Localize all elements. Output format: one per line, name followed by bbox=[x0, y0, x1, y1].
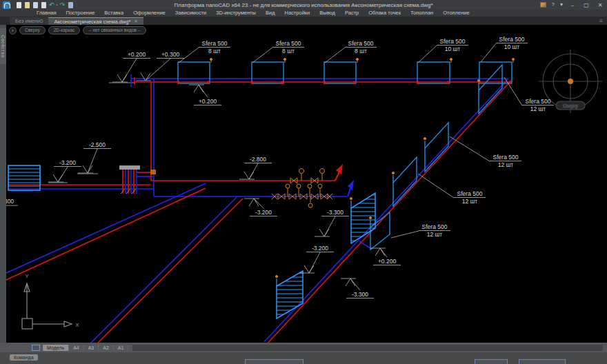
view-direction-button[interactable]: Сверху bbox=[19, 26, 46, 34]
menu-output[interactable]: Вывод bbox=[315, 10, 340, 17]
statusbar-partial-button[interactable] bbox=[245, 359, 304, 364]
elevation-label[interactable]: -2.500 bbox=[89, 141, 106, 148]
radiator-label[interactable]: Sfera 500 bbox=[276, 40, 301, 47]
properties-panel-tab[interactable]: Свойства bbox=[0, 28, 6, 64]
tab-sheet-a1[interactable]: А1 bbox=[114, 345, 129, 351]
elevation-label[interactable]: +0.200 bbox=[199, 98, 217, 105]
tab-unnamed[interactable]: Без имени0 bbox=[10, 17, 48, 25]
manifold-valve-icon bbox=[150, 170, 156, 174]
statusbar-partial-button[interactable] bbox=[519, 359, 566, 364]
valve-group[interactable] bbox=[272, 169, 332, 208]
menu-constraints[interactable]: Зависимости bbox=[170, 10, 212, 17]
menu-insert[interactable]: Вставка bbox=[99, 10, 128, 17]
elevation-label[interactable]: -3.200 bbox=[312, 245, 328, 252]
radiator-label[interactable]: Sfera 500 bbox=[526, 98, 551, 105]
menu-topoplan[interactable]: Топоплан bbox=[406, 10, 438, 17]
tab-axonometric-scheme[interactable]: Аксонометрическая схема.dwg* ✕ bbox=[48, 17, 143, 25]
manifold[interactable] bbox=[119, 165, 156, 194]
radiator-count-label[interactable]: 12 шт bbox=[530, 105, 546, 112]
radiator-count-label[interactable]: 10 шт bbox=[504, 43, 520, 50]
drawing-canvas[interactable]: Сверху bbox=[6, 25, 607, 343]
sheet-scrollbar[interactable] bbox=[132, 345, 603, 351]
tab-unnamed-label: Без имени0 bbox=[15, 18, 43, 24]
statusbar-partial-button[interactable] bbox=[475, 359, 508, 364]
sheet-list-icon[interactable] bbox=[32, 345, 40, 351]
tab-list-icon[interactable]: ≡ bbox=[599, 18, 603, 24]
radiator-label[interactable]: Sfera 500 bbox=[202, 40, 228, 47]
radiator-label[interactable]: Sfera 500 bbox=[493, 154, 519, 161]
tab-model[interactable]: Модель bbox=[43, 345, 69, 351]
menu-annotate[interactable]: Оформление bbox=[128, 10, 170, 17]
menu-draw[interactable]: Построение bbox=[61, 10, 100, 17]
elevation-label[interactable]: +0.300 bbox=[161, 51, 180, 58]
radiator-hatched-1[interactable] bbox=[345, 193, 381, 243]
save-all-icon[interactable] bbox=[41, 2, 46, 8]
redo-icon[interactable]: ↷ bbox=[60, 2, 66, 8]
visual-style-button[interactable]: 2D-каркас bbox=[48, 26, 81, 34]
radiators-top-row[interactable] bbox=[178, 62, 512, 83]
radiators-diagonal[interactable] bbox=[370, 65, 502, 250]
elevation-label[interactable]: +0.200 bbox=[128, 51, 146, 58]
cad-drawing[interactable]: Сверху bbox=[6, 25, 607, 343]
radiator-label[interactable]: Sfera 500 bbox=[422, 223, 448, 230]
menu-view[interactable]: Вид bbox=[261, 10, 280, 17]
flow-arrow-blue bbox=[348, 180, 354, 196]
undo-icon[interactable]: ↶ bbox=[49, 2, 54, 8]
elevation-label[interactable]: -3.200 bbox=[59, 159, 76, 166]
maximize-button[interactable]: ▢ bbox=[582, 2, 590, 8]
new-document-icon[interactable] bbox=[17, 2, 21, 8]
title-bar: ↶ • ↷ Платформа nanoCAD x64 23 - не для … bbox=[0, 0, 607, 10]
left-dock-strip: Свойства bbox=[0, 25, 6, 343]
elevation-label-partial[interactable]: 300 bbox=[6, 198, 14, 205]
window-title: Платформа nanoCAD x64 23 - не для коммер… bbox=[174, 2, 432, 8]
radiator-label[interactable]: Sfera 500 bbox=[499, 36, 525, 43]
radiator-label[interactable]: Sfera 500 bbox=[457, 190, 483, 197]
help-caret-icon[interactable]: ▾ bbox=[560, 0, 563, 10]
close-button[interactable]: ✕ bbox=[596, 2, 604, 8]
radiator-count-label[interactable]: 10 шт bbox=[445, 46, 461, 52]
viewport-lock-button[interactable]: + bbox=[9, 27, 17, 34]
linked-views-button[interactable]: -- нет связанных видов -- bbox=[83, 26, 146, 34]
store-palette-icon[interactable] bbox=[540, 2, 546, 8]
compass-center-dot[interactable] bbox=[568, 79, 573, 84]
help-icon[interactable]: ? bbox=[552, 0, 555, 10]
radiator-count-label[interactable]: 8 шт bbox=[208, 48, 221, 54]
radiator-label[interactable]: Sfera 500 bbox=[348, 40, 374, 47]
tab-sheet-a2[interactable]: А2 bbox=[99, 345, 114, 351]
elevation-label[interactable]: -3.300 bbox=[327, 209, 344, 216]
radiator-count-label[interactable]: 8 шт bbox=[355, 48, 367, 54]
radiator-count-label[interactable]: 8 шт bbox=[282, 48, 295, 54]
command-prompt[interactable]: Команда bbox=[10, 354, 38, 361]
tab-sheet-a3[interactable]: А3 bbox=[84, 345, 99, 351]
minimize-button[interactable]: – bbox=[568, 2, 577, 8]
nanocad-window: ↶ • ↷ Платформа nanoCAD x64 23 - не для … bbox=[0, 0, 607, 364]
tab-sheet-a4[interactable]: А4 bbox=[69, 345, 84, 351]
elevation-label[interactable]: -3.300 bbox=[352, 291, 368, 298]
nanocad-logo-icon bbox=[3, 1, 10, 9]
cad-annotations[interactable]: Sfera 5008 штSfera 5008 штSfera 5008 штS… bbox=[6, 36, 554, 299]
save-document-icon[interactable] bbox=[33, 2, 38, 8]
elevation-label[interactable]: -3.200 bbox=[255, 209, 272, 216]
radiator-label[interactable]: Sfera 500 bbox=[440, 38, 466, 45]
properties-panel-label: Свойства bbox=[1, 35, 6, 58]
menu-settings[interactable]: Настройки bbox=[280, 10, 315, 17]
ucs-x-label: X bbox=[75, 322, 79, 328]
radiator-risers bbox=[277, 83, 479, 286]
menu-main[interactable]: Главная bbox=[32, 10, 61, 17]
sheet-tab-bar: Модель А4 А3 А2 А1 bbox=[0, 343, 607, 352]
menu-point-clouds[interactable]: Облака точек bbox=[364, 10, 406, 17]
radiator-count-label[interactable]: 12 шт bbox=[498, 161, 514, 168]
radiator-count-label[interactable]: 12 шт bbox=[427, 231, 443, 238]
menu-heating[interactable]: Отопление bbox=[438, 10, 474, 17]
elevation-label[interactable]: -2.800 bbox=[250, 156, 266, 163]
plot-icon[interactable] bbox=[68, 2, 73, 8]
menu-3d-tools[interactable]: 3D-инструменты bbox=[211, 10, 261, 17]
menu-raster[interactable]: Растр bbox=[340, 10, 364, 17]
radiator-hatched-2[interactable] bbox=[271, 271, 308, 318]
command-line-bar[interactable]: Команда bbox=[0, 352, 607, 364]
tab-close-icon[interactable]: ✕ bbox=[134, 19, 138, 24]
open-document-icon[interactable] bbox=[25, 2, 30, 8]
radiator-hatched-left[interactable] bbox=[8, 165, 40, 190]
elevation-label[interactable]: +0.200 bbox=[378, 258, 397, 265]
radiator-count-label[interactable]: 12 шт bbox=[462, 198, 478, 205]
